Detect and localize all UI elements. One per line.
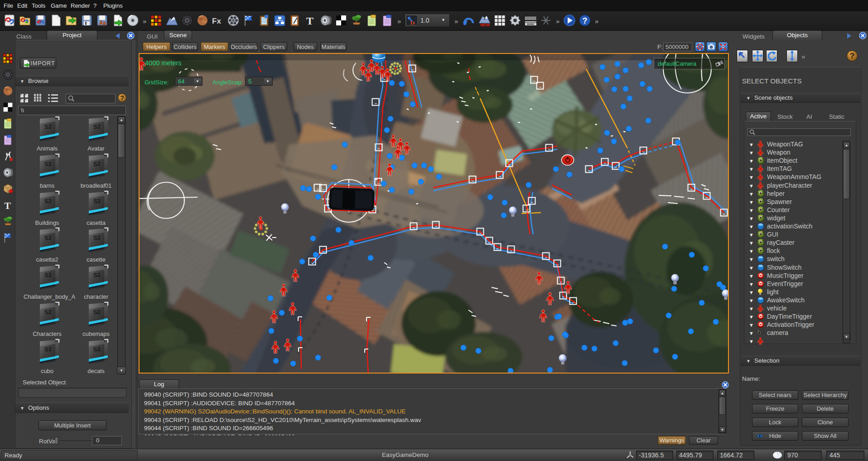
svg-text:S2: S2	[93, 160, 101, 167]
svg-text:S2: S2	[93, 123, 101, 130]
svg-text:S2: S2	[44, 160, 52, 167]
svg-text:?: ?	[583, 16, 588, 25]
svg-text:T: T	[306, 15, 313, 27]
svg-text:T: T	[4, 200, 10, 211]
svg-text:S2: S2	[44, 123, 52, 130]
svg-text:S2: S2	[93, 345, 101, 353]
svg-text:S2: S2	[44, 308, 52, 315]
svg-text:S2: S2	[44, 271, 52, 278]
svg-text:S2: S2	[93, 234, 101, 241]
svg-text:NEW: NEW	[480, 23, 490, 27]
svg-text:As: As	[99, 20, 106, 26]
svg-text:4000 meters: 4000 meters	[145, 59, 182, 67]
svg-text:S2: S2	[44, 197, 52, 204]
svg-text:Fx: Fx	[212, 17, 221, 25]
svg-text:S2: S2	[44, 234, 52, 241]
svg-text:S2: S2	[93, 308, 101, 315]
svg-text:S2: S2	[93, 271, 101, 278]
svg-text:1x: 1x	[410, 20, 415, 25]
svg-text:S2: S2	[93, 197, 101, 204]
svg-text:S2: S2	[44, 345, 52, 353]
